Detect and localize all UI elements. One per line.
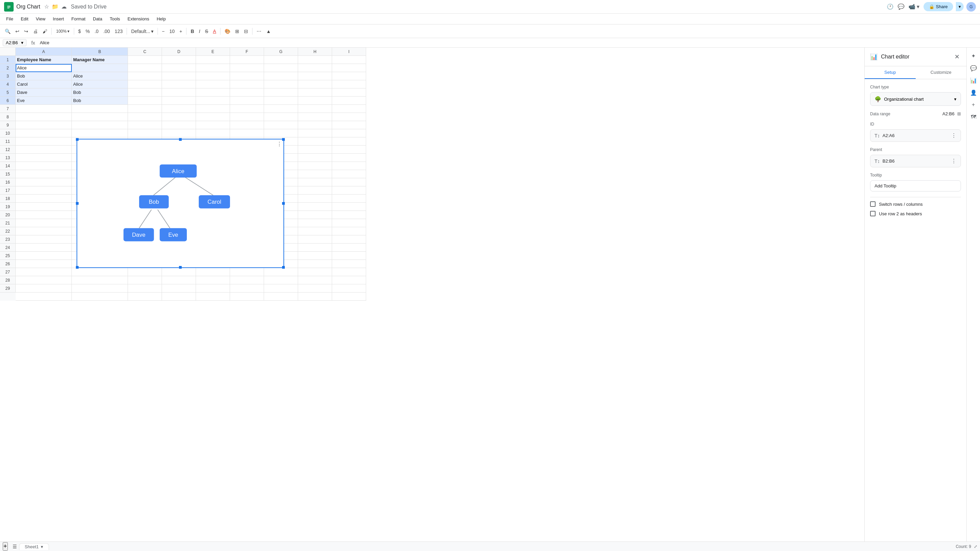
cell-i6[interactable] [332, 97, 366, 105]
cell-h5[interactable] [298, 89, 332, 97]
menu-edit[interactable]: Edit [18, 15, 32, 23]
row-num-17[interactable]: 17 [0, 186, 16, 195]
cell-b2[interactable] [72, 64, 128, 72]
cell-f3[interactable] [230, 72, 264, 80]
cell-g2[interactable] [264, 64, 298, 72]
cell-d2[interactable] [162, 64, 196, 72]
fill-color-btn[interactable]: 🎨 [223, 27, 232, 35]
row-num-5[interactable]: 5 [0, 89, 16, 97]
cell-f4[interactable] [230, 80, 264, 89]
col-header-f[interactable]: F [230, 48, 264, 56]
cell-e1[interactable] [196, 56, 230, 64]
collapse-toolbar-btn[interactable]: ▲ [264, 27, 273, 35]
add-tooltip-button[interactable]: Add Tooltip [870, 180, 961, 192]
cell-c3[interactable] [128, 72, 162, 80]
history-btn[interactable]: 🕐 [885, 2, 895, 11]
text-color-btn[interactable]: A [211, 27, 218, 35]
use-row2-headers-row[interactable]: Use row 2 as headers [870, 211, 961, 216]
resize-handle-mr[interactable] [282, 202, 285, 205]
chart-type-selector[interactable]: 🌳 Organizational chart ▾ [870, 92, 961, 106]
col-header-a[interactable]: A [16, 48, 72, 56]
zoom-selector[interactable]: 100% ▾ [54, 28, 72, 35]
right-sidebar-add-icon[interactable]: + [968, 99, 979, 110]
right-sidebar-map-icon[interactable]: 🗺 [968, 111, 979, 122]
folder-icon[interactable]: 📁 [52, 3, 59, 10]
resize-handle-tm[interactable] [179, 138, 182, 141]
more-btn[interactable]: ⋯ [255, 27, 263, 35]
col-header-g[interactable]: G [264, 48, 298, 56]
cell-i1[interactable] [332, 56, 366, 64]
print-btn[interactable]: 🖨 [31, 27, 40, 35]
cell-g6[interactable] [264, 97, 298, 105]
row-num-22[interactable]: 22 [0, 227, 16, 235]
row-num-4[interactable]: 4 [0, 80, 16, 89]
expand-sheet-btn[interactable]: ⤢ [974, 544, 977, 549]
cell-c6[interactable] [128, 97, 162, 105]
decimal-increase-btn[interactable]: .00 [102, 27, 112, 35]
cell-e3[interactable] [196, 72, 230, 80]
font-increase-btn[interactable]: + [177, 27, 184, 35]
cell-b6[interactable]: Bob [72, 97, 128, 105]
cell-h1[interactable] [298, 56, 332, 64]
strikethrough-btn[interactable]: S [203, 27, 210, 35]
switch-rows-cols-checkbox[interactable] [870, 202, 875, 207]
merge-btn[interactable]: ⊟ [242, 27, 250, 35]
cell-a2[interactable]: Alice [16, 64, 72, 72]
cell-a3[interactable]: Bob [16, 72, 72, 80]
cell-d5[interactable] [162, 89, 196, 97]
id-field-row[interactable]: T↕ A2:A6 ⋮ [870, 129, 961, 142]
row-num-28[interactable]: 28 [0, 276, 16, 284]
cell-g3[interactable] [264, 72, 298, 80]
comment-btn[interactable]: 💬 [896, 2, 906, 11]
cell-e6[interactable] [196, 97, 230, 105]
row-num-14[interactable]: 14 [0, 162, 16, 170]
row-num-27[interactable]: 27 [0, 268, 16, 276]
cell-g4[interactable] [264, 80, 298, 89]
menu-tools[interactable]: Tools [106, 15, 123, 23]
cell-h2[interactable] [298, 64, 332, 72]
row-num-24[interactable]: 24 [0, 243, 16, 252]
resize-handle-br[interactable] [282, 266, 285, 269]
row-num-2[interactable]: 2 [0, 64, 16, 72]
parent-field-row[interactable]: T↕ B2:B6 ⋮ [870, 155, 961, 167]
cell-a4[interactable]: Carol [16, 80, 72, 89]
italic-btn[interactable]: I [197, 27, 202, 35]
col-header-i[interactable]: I [332, 48, 366, 56]
row-num-25[interactable]: 25 [0, 252, 16, 260]
format-123-btn[interactable]: 123 [113, 27, 124, 35]
cell-b1[interactable]: Manager Name [72, 56, 128, 64]
cell-a5[interactable]: Dave [16, 89, 72, 97]
search-btn[interactable]: 🔍 [3, 27, 13, 35]
resize-handle-tr[interactable] [282, 138, 285, 141]
menu-help[interactable]: Help [153, 15, 169, 23]
parent-more-button[interactable]: ⋮ [951, 158, 956, 164]
resize-handle-bl[interactable] [76, 266, 79, 269]
data-range-grid-icon[interactable]: ⊞ [957, 111, 961, 116]
row-num-10[interactable]: 10 [0, 129, 16, 137]
row-num-19[interactable]: 19 [0, 203, 16, 211]
resize-handle-tl[interactable] [76, 138, 79, 141]
col-header-h[interactable]: H [298, 48, 332, 56]
cell-d4[interactable] [162, 80, 196, 89]
right-sidebar-chart-icon[interactable]: 📊 [968, 75, 979, 86]
col-header-c[interactable]: C [128, 48, 162, 56]
row-num-15[interactable]: 15 [0, 170, 16, 178]
col-header-d[interactable]: D [162, 48, 196, 56]
switch-rows-cols-row[interactable]: Switch rows / columns [870, 202, 961, 207]
row-num-7[interactable]: 7 [0, 105, 16, 113]
cell-i4[interactable] [332, 80, 366, 89]
row-num-21[interactable]: 21 [0, 219, 16, 227]
cell-d1[interactable] [162, 56, 196, 64]
spreadsheet[interactable]: A B C D E F G H I 1 2 3 4 5 6 7 [0, 48, 864, 541]
row-num-12[interactable]: 12 [0, 146, 16, 154]
cell-e4[interactable] [196, 80, 230, 89]
sheet-list-button[interactable]: ☰ [11, 543, 19, 551]
row-num-18[interactable]: 18 [0, 195, 16, 203]
percent-btn[interactable]: % [84, 27, 92, 35]
tab-setup[interactable]: Setup [865, 66, 916, 79]
undo-btn[interactable]: ↩ [13, 27, 21, 35]
cell-g5[interactable] [264, 89, 298, 97]
cell-b5[interactable]: Bob [72, 89, 128, 97]
chart-container[interactable]: ⋮ Alice [76, 139, 284, 268]
chart-menu-button[interactable]: ⋮ [277, 141, 282, 147]
